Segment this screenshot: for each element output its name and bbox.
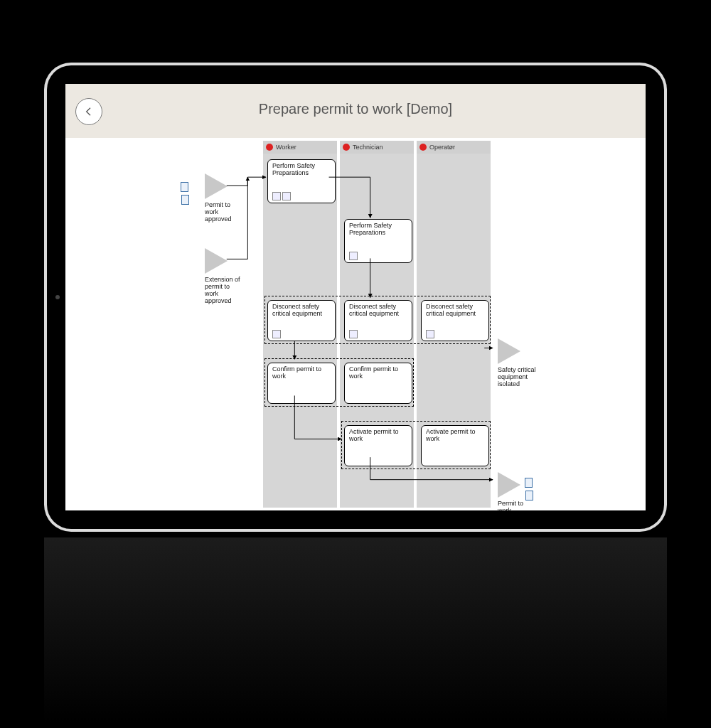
lane-header-worker: Worker [263,141,337,154]
activity-label: Perform Safety Preparations [272,162,315,176]
activity-label: Activate permit to work [426,428,476,442]
activity-activate-permit[interactable]: Activate permit to work [344,425,412,466]
lane-header-operator: Operatør [417,141,491,154]
start-event-icon [205,173,228,199]
diagram-canvas[interactable]: Worker Technician Operatør [65,138,646,510]
activity-perform-safety-preparations[interactable]: Perform Safety Preparations [267,159,336,203]
attachment-icon [282,192,291,200]
activity-label: Confirm permit to work [272,365,321,380]
page-title: Prepare permit to work [Demo] [65,101,646,117]
document-icon [525,478,540,488]
event-label: Extension of permit to work approved [205,277,244,305]
activity-perform-safety-preparations[interactable]: Perform Safety Preparations [344,219,412,263]
activity-activate-permit[interactable]: Activate permit to work [421,425,489,466]
activity-confirm-permit[interactable]: Confirm permit to work [267,363,336,404]
activity-disconnect-safety-equipment[interactable]: Disconect safety critical equipment [267,300,336,341]
activity-label: Confirm permit to work [349,365,398,380]
activity-label: Disconect safety critical equipment [426,303,476,317]
activity-label: Perform Safety Preparations [349,222,392,236]
event-label: Safety critical equipment isolated [498,367,537,388]
role-icon [419,144,427,151]
lane-header-technician: Technician [340,141,414,154]
event-label: Permit to work activated [498,500,533,510]
app-header: Prepare permit to work [Demo] [65,84,646,138]
lane-label: Technician [353,144,383,151]
start-event-icon [205,248,228,274]
role-icon [266,144,273,151]
lane-label: Operatør [429,144,455,151]
role-icon [343,144,350,151]
activity-label: Activate permit to work [349,428,399,442]
attachment-icon [272,192,281,200]
end-event-icon [498,472,520,498]
attachment-icon [426,330,434,338]
lane-label: Worker [276,144,296,151]
attachment-icon [349,252,358,260]
end-event-icon [498,338,520,364]
attachment-icon [272,330,281,338]
camera-dot [55,295,60,299]
activity-confirm-permit[interactable]: Confirm permit to work [344,363,412,404]
document-icon [181,182,196,192]
attachment-icon [349,330,358,338]
activity-label: Disconect safety critical equipment [272,303,322,317]
activity-label: Disconect safety critical equipment [349,303,399,317]
tablet-frame: Prepare permit to work [Demo] Worker Te [44,63,667,532]
activity-disconnect-safety-equipment[interactable]: Disconect safety critical equipment [421,300,489,341]
screen: Prepare permit to work [Demo] Worker Te [65,84,646,510]
activity-disconnect-safety-equipment[interactable]: Disconect safety critical equipment [344,300,412,341]
event-label: Permit to work approved [205,202,240,223]
